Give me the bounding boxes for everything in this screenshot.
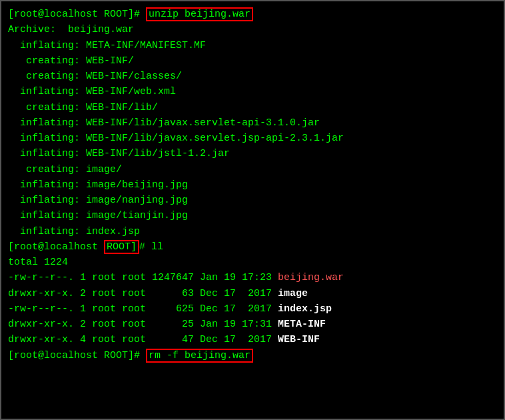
line-file2: drwxr-xr-x. 2 root root 63 Dec 17 2017 i… [8, 286, 497, 301]
line-inf7: inflating: WEB-INF/lib/javax.servlet.jsp… [8, 131, 497, 146]
file3-perms: -rw-r--r--. 1 root root 625 Dec 17 2017 [8, 303, 278, 315]
line-prompt2: [root@localhost ROOT]# ll [8, 239, 497, 255]
line-inf9: creating: image/ [8, 162, 497, 177]
line-archive: Archive: beijing.war [8, 22, 497, 37]
file1-perms: -rw-r--r--. 1 root root 1247647 Jan 19 1… [8, 272, 278, 283]
prompt-text: [root@localhost ROOT]# [8, 9, 146, 20]
file5-name: WEB-INF [278, 334, 320, 345]
command-rm: rm -f beijing.war [146, 349, 253, 363]
line-inf8: inflating: WEB-INF/lib/jstl-1.2.jar [8, 146, 497, 161]
file4-perms: drwxr-xr-x. 2 root root 25 Jan 19 17:31 [8, 319, 278, 330]
prompt-root-prefix: [root@localhost [8, 241, 104, 253]
prompt3-text: [root@localhost ROOT]# [8, 350, 146, 361]
line-inf1: inflating: META-INF/MANIFEST.MF [8, 38, 497, 53]
line-inf3: creating: WEB-INF/classes/ [8, 69, 497, 84]
file2-name: image [278, 288, 308, 299]
file3-name: index.jsp [278, 303, 332, 315]
line-total: total 1224 [8, 255, 497, 270]
line-inf6: inflating: WEB-INF/lib/javax.servlet-api… [8, 115, 497, 131]
file4-name: META-INF [278, 319, 326, 330]
line-inf11: inflating: image/nanjing.jpg [8, 193, 497, 208]
line-inf5: creating: WEB-INF/lib/ [8, 100, 497, 115]
line-inf12: inflating: image/tianjin.jpg [8, 208, 497, 223]
line-file5: drwxr-xr-x. 4 root root 47 Dec 17 2017 W… [8, 332, 497, 347]
line-prompt1: [root@localhost ROOT]# unzip beijing.war [8, 7, 497, 22]
line-file4: drwxr-xr-x. 2 root root 25 Jan 19 17:31 … [8, 317, 497, 332]
line-file1: -rw-r--r--. 1 root root 1247647 Jan 19 1… [8, 270, 497, 285]
terminal-window: [root@localhost ROOT]# unzip beijing.war… [0, 0, 505, 420]
line-file3: -rw-r--r--. 1 root root 625 Dec 17 2017 … [8, 301, 497, 317]
line-prompt3: [root@localhost ROOT]# rm -f beijing.war [8, 348, 497, 363]
file2-perms: drwxr-xr-x. 2 root root 63 Dec 17 2017 [8, 288, 278, 299]
line-inf4: inflating: WEB-INF/web.xml [8, 84, 497, 99]
prompt-root-box: ROOT] [104, 240, 139, 254]
prompt-hash-ll: # ll [139, 241, 163, 253]
line-inf2: creating: WEB-INF/ [8, 53, 497, 69]
line-inf13: inflating: index.jsp [8, 224, 497, 239]
file1-name: beijing.war [278, 272, 344, 283]
line-inf10: inflating: image/beijing.jpg [8, 177, 497, 193]
command-unzip: unzip beijing.war [146, 7, 253, 21]
file5-perms: drwxr-xr-x. 4 root root 47 Dec 17 2017 [8, 334, 278, 345]
